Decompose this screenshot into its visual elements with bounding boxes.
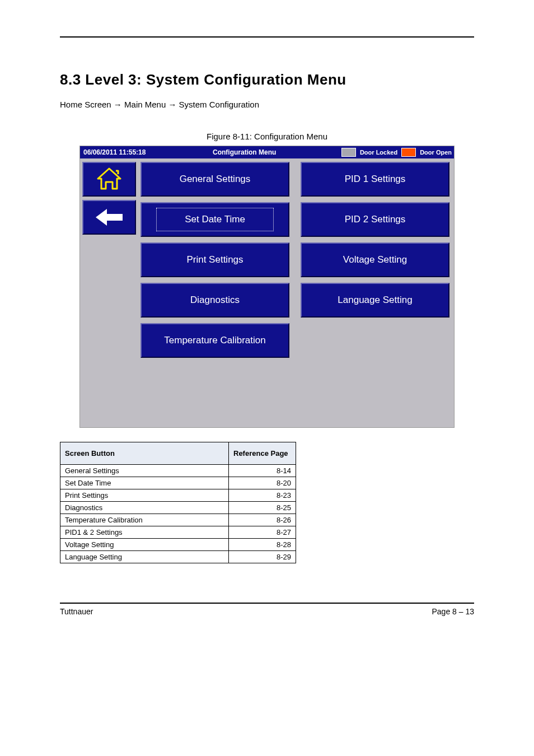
hmi-screen-panel: 06/06/2011 11:55:18 Configuration Menu D… [79, 146, 455, 428]
table-header-page: Reference Page [229, 442, 296, 465]
table-row: Print Settings8-23 [60, 489, 296, 502]
door-locked-indicator [341, 148, 356, 157]
table-row: General Settings8-14 [60, 465, 296, 477]
datetime-label: 06/06/2011 11:55:18 [80, 148, 149, 156]
menu-column-right: PID 1 Settings PID 2 Settings Voltage Se… [301, 162, 449, 358]
general-settings-button[interactable]: General Settings [140, 162, 289, 197]
door-locked-label: Door Locked [358, 149, 400, 156]
table-row: Diagnostics8-25 [60, 502, 296, 514]
set-date-time-button[interactable]: Set Date Time [140, 202, 289, 237]
section-heading: 8.3 Level 3: System Configuration Menu [60, 71, 474, 88]
home-button[interactable] [82, 162, 136, 197]
reference-table: Screen Button Reference Page General Set… [60, 442, 296, 563]
temperature-calibration-button[interactable]: Temperature Calibration [140, 323, 289, 358]
language-setting-button[interactable]: Language Setting [301, 283, 449, 318]
voltage-setting-button[interactable]: Voltage Setting [301, 242, 449, 277]
diagnostics-button[interactable]: Diagnostics [140, 283, 289, 318]
table-header-button: Screen Button [60, 442, 229, 465]
breadcrumb: Home Screen → Main Menu → System Configu… [60, 100, 474, 109]
back-arrow-icon [95, 208, 124, 227]
table-row: Set Date Time8-20 [60, 477, 296, 489]
pid1-settings-button[interactable]: PID 1 Settings [301, 162, 449, 197]
footer-page-number: Page 8 – 13 [432, 607, 474, 616]
print-settings-button[interactable]: Print Settings [140, 242, 289, 277]
home-icon [96, 167, 123, 191]
table-row: Temperature Calibration8-26 [60, 514, 296, 526]
figure-caption: Figure 8-11: Configuration Menu [60, 132, 474, 141]
menu-column-left: General Settings Set Date Time Print Set… [140, 162, 289, 358]
back-button[interactable] [82, 200, 136, 235]
pid2-settings-button[interactable]: PID 2 Settings [301, 202, 449, 237]
table-row: Voltage Setting8-28 [60, 539, 296, 551]
table-row: Language Setting8-29 [60, 551, 296, 563]
door-open-indicator [401, 148, 416, 157]
door-open-label: Door Open [418, 149, 454, 156]
titlebar: 06/06/2011 11:55:18 Configuration Menu D… [80, 146, 454, 158]
footer-brand: Tuttnauer [60, 607, 93, 616]
screen-title: Configuration Menu [149, 148, 339, 156]
table-row: PID1 & 2 Settings8-27 [60, 526, 296, 539]
